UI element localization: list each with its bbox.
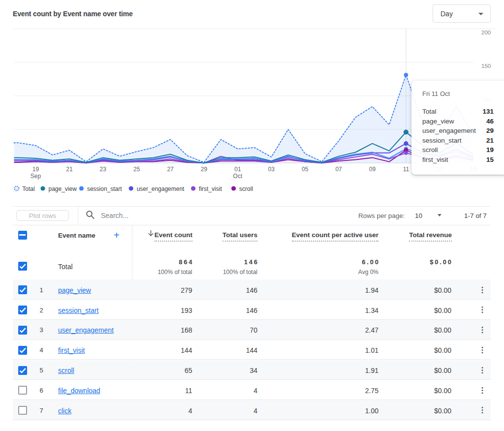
svg-text:03: 03: [268, 166, 275, 173]
svg-text:session_start: session_start: [87, 185, 122, 192]
svg-text:07: 07: [335, 166, 342, 173]
svg-text:user_engagement: user_engagement: [137, 185, 185, 192]
svg-text:25: 25: [133, 166, 140, 173]
svg-text:09: 09: [369, 166, 376, 173]
svg-text:scroll: scroll: [239, 185, 253, 192]
svg-text:23: 23: [100, 166, 107, 173]
svg-text:first_visit: first_visit: [199, 185, 222, 192]
svg-text:Total: Total: [22, 185, 34, 192]
svg-text:19: 19: [32, 166, 39, 173]
svg-text:Oct: Oct: [233, 173, 243, 180]
svg-text:11: 11: [403, 166, 410, 173]
svg-text:21: 21: [66, 166, 73, 173]
svg-text:29: 29: [201, 166, 208, 173]
svg-text:Sep: Sep: [31, 173, 41, 180]
svg-text:page_view: page_view: [49, 185, 77, 192]
svg-text:150: 150: [481, 63, 491, 69]
svg-text:27: 27: [167, 166, 174, 173]
svg-text:01: 01: [234, 166, 241, 173]
svg-text:05: 05: [302, 166, 309, 173]
svg-text:200: 200: [481, 30, 491, 35]
